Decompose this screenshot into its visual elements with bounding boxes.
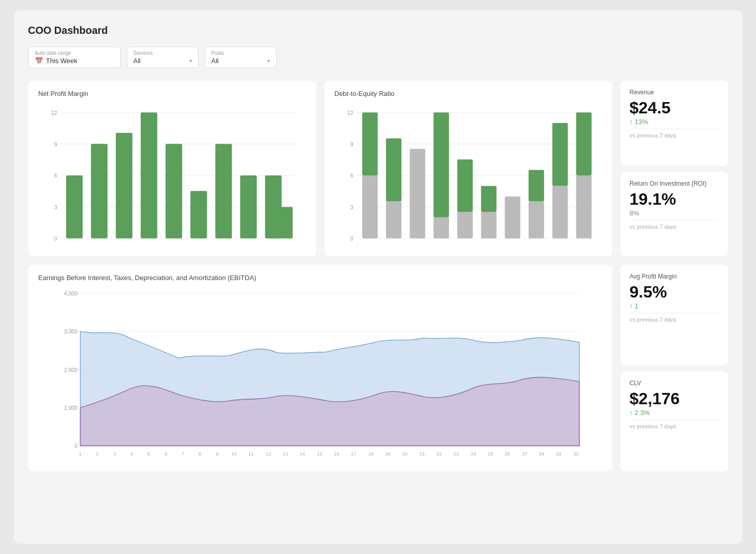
revenue-change: ↑ 13% [630,118,719,126]
ebitda-title: Earnings Before Interest, Taxes, Depreci… [38,274,602,282]
svg-rect-11 [91,144,107,239]
svg-text:1: 1 [79,451,81,457]
svg-text:2: 2 [95,451,98,457]
date-range-value: 📅 This Week [35,57,114,65]
svg-rect-38 [457,160,472,212]
debt-equity-ratio-title: Debt-to-Equity Ratio [335,90,602,97]
right-metrics-bottom: Avg Profit Margin 9.5% ↑ 1 vs previous 7… [621,265,728,471]
svg-text:12: 12 [51,110,57,116]
roi-sub: vs previous 7 days [630,224,719,230]
roi-metric-card: Return On Investment (ROI) 19.1% 8% vs p… [621,172,728,257]
roi-divider [630,220,719,221]
avg-profit-margin-value: 9.5% [630,283,719,301]
svg-text:9: 9 [54,141,57,147]
dashboard-container: COO Dashboard Auto date range 📅 This Wee… [14,10,743,544]
roi-label: Return On Investment (ROI) [630,180,719,187]
chevron-down-icon-posts: ▾ [267,58,270,64]
svg-rect-42 [528,202,544,239]
svg-text:13: 13 [282,451,288,457]
svg-text:16: 16 [334,451,339,457]
top-row: Net Profit Margin 0 3 6 9 12 [28,81,728,256]
revenue-divider [630,129,719,129]
svg-rect-19 [276,207,292,238]
avg-profit-margin-card: Avg Profit Margin 9.5% ↑ 1 vs previous 7… [621,265,728,365]
debt-equity-ratio-chart: 0 3 6 9 12 [335,104,602,247]
services-label: Services [133,50,192,56]
clv-label: CLV [630,380,719,387]
svg-text:23: 23 [453,451,459,457]
svg-rect-12 [115,133,132,239]
services-filter[interactable]: Services All ▾ [127,47,199,68]
svg-text:1,000: 1,000 [64,405,77,411]
revenue-value: $24.5 [630,99,719,117]
svg-text:0: 0 [54,235,57,242]
svg-rect-33 [386,138,401,202]
svg-rect-47 [576,112,591,175]
svg-rect-45 [552,123,568,186]
clv-change: ↑ 2.3% [630,409,719,417]
filters-row: Auto date range 📅 This Week Services All… [28,47,728,68]
calendar-icon: 📅 [35,57,43,65]
net-profit-margin-title: Net Profit Margin [38,90,306,97]
svg-text:30: 30 [573,451,579,457]
svg-rect-40 [481,186,496,212]
net-profit-margin-card: Net Profit Margin 0 3 6 9 12 [28,81,316,256]
svg-rect-36 [433,112,449,217]
svg-text:24: 24 [471,451,476,457]
svg-text:5: 5 [147,451,149,457]
dashboard-title: COO Dashboard [28,25,728,36]
svg-rect-32 [386,202,401,239]
svg-text:27: 27 [522,451,528,457]
svg-text:8: 8 [198,451,201,457]
svg-rect-41 [505,196,520,239]
svg-text:28: 28 [539,451,545,457]
svg-text:7: 7 [181,451,184,457]
svg-text:26: 26 [505,451,510,457]
svg-text:15: 15 [317,451,322,457]
ebitda-chart: 0 1,000 2,000 3,000 4,000 1 2 [38,288,602,462]
svg-text:9: 9 [216,451,218,457]
bottom-row: Earnings Before Interest, Taxes, Depreci… [28,265,728,471]
svg-text:3: 3 [54,204,57,210]
svg-text:14: 14 [299,451,305,457]
revenue-sub: vs previous 7 days [630,132,719,138]
svg-rect-10 [66,175,82,239]
svg-text:17: 17 [351,451,356,457]
svg-rect-46 [576,175,591,239]
svg-text:3,000: 3,000 [64,328,77,334]
date-range-filter[interactable]: Auto date range 📅 This Week [28,47,121,68]
svg-rect-44 [552,186,568,238]
net-profit-margin-chart: 0 3 6 9 12 [38,104,306,247]
svg-rect-16 [215,144,231,239]
svg-text:22: 22 [436,451,442,457]
date-range-label: Auto date range [35,50,114,56]
svg-text:6: 6 [350,172,353,179]
avg-profit-margin-sub: vs previous 7 days [630,316,719,323]
svg-rect-15 [190,191,207,239]
svg-text:4: 4 [130,451,133,457]
svg-text:3: 3 [350,204,353,210]
services-value: All ▾ [133,57,192,65]
revenue-metric-card: Revenue $24.5 ↑ 13% vs previous 7 days [621,81,728,166]
svg-text:2,000: 2,000 [64,367,77,373]
avg-profit-margin-divider [630,313,719,313]
svg-text:12: 12 [265,451,271,457]
svg-text:0: 0 [74,443,77,449]
right-metrics-top: Revenue $24.5 ↑ 13% vs previous 7 days R… [621,81,728,256]
roi-change: 8% [630,209,719,217]
clv-divider [630,420,719,420]
svg-text:25: 25 [488,451,493,457]
svg-text:21: 21 [419,451,425,457]
svg-text:19: 19 [385,451,391,457]
svg-text:18: 18 [368,451,374,457]
ebitda-card: Earnings Before Interest, Taxes, Depreci… [28,265,612,471]
clv-metric-card: CLV $2,176 ↑ 2.3% vs previous 7 days [621,371,728,472]
svg-rect-34 [410,149,425,238]
svg-text:6: 6 [54,172,57,179]
posts-value: All ▾ [211,57,270,65]
svg-rect-13 [141,112,157,239]
svg-rect-30 [362,175,377,239]
clv-value: $2,176 [630,390,719,408]
posts-filter[interactable]: Posts All ▾ [205,47,277,68]
svg-text:29: 29 [556,451,561,457]
